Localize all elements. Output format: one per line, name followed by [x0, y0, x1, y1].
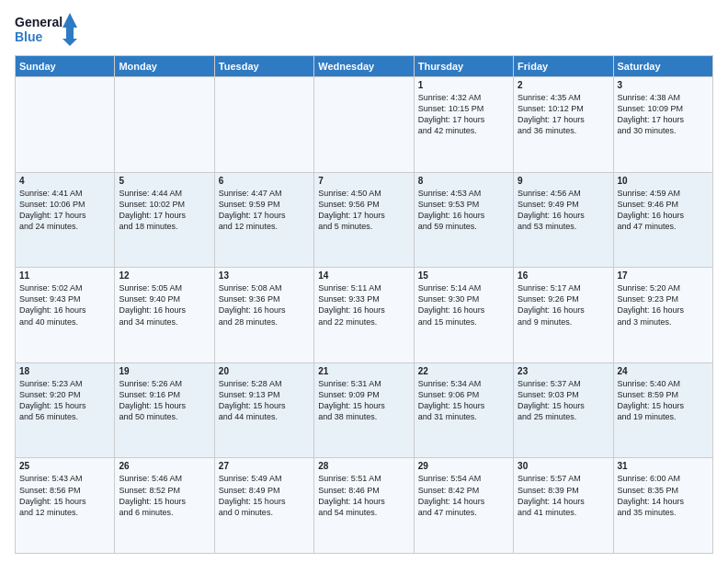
day-number: 10	[618, 176, 709, 186]
day-number: 19	[119, 366, 210, 376]
cell-3-3: 13Sunrise: 5:08 AM Sunset: 9:36 PM Dayli…	[214, 268, 313, 363]
cell-info: Sunrise: 4:32 AM Sunset: 10:15 PM Daylig…	[418, 92, 509, 137]
day-number: 9	[518, 176, 609, 186]
cell-info: Sunrise: 5:17 AM Sunset: 9:26 PM Dayligh…	[518, 282, 609, 327]
day-number: 12	[119, 270, 210, 281]
cell-5-1: 25Sunrise: 5:43 AM Sunset: 8:56 PM Dayli…	[16, 458, 115, 554]
cell-4-3: 20Sunrise: 5:28 AM Sunset: 9:13 PM Dayli…	[214, 362, 313, 458]
cell-3-5: 15Sunrise: 5:14 AM Sunset: 9:30 PM Dayli…	[414, 268, 513, 363]
cell-info: Sunrise: 5:46 AM Sunset: 8:52 PM Dayligh…	[119, 473, 210, 518]
cell-4-4: 21Sunrise: 5:31 AM Sunset: 9:09 PM Dayli…	[314, 362, 414, 458]
cell-info: Sunrise: 5:11 AM Sunset: 9:33 PM Dayligh…	[318, 282, 409, 327]
cell-1-1	[16, 77, 115, 173]
day-number: 28	[318, 461, 409, 471]
cell-info: Sunrise: 4:44 AM Sunset: 10:02 PM Daylig…	[119, 188, 210, 233]
day-number: 18	[19, 366, 110, 376]
day-number: 17	[618, 270, 709, 281]
svg-text:General: General	[15, 15, 63, 29]
week-row-5: 25Sunrise: 5:43 AM Sunset: 8:56 PM Dayli…	[16, 458, 713, 554]
col-header-tuesday: Tuesday	[214, 56, 313, 77]
cell-2-5: 8Sunrise: 4:53 AM Sunset: 9:53 PM Daylig…	[414, 172, 513, 268]
day-number: 11	[19, 270, 110, 281]
svg-text:Blue: Blue	[15, 29, 43, 44]
cell-info: Sunrise: 4:41 AM Sunset: 10:06 PM Daylig…	[19, 188, 110, 233]
cell-info: Sunrise: 5:54 AM Sunset: 8:42 PM Dayligh…	[418, 473, 509, 518]
header: General Blue	[15, 11, 713, 48]
cell-4-6: 23Sunrise: 5:37 AM Sunset: 9:03 PM Dayli…	[514, 362, 613, 458]
cell-1-7: 3Sunrise: 4:38 AM Sunset: 10:09 PM Dayli…	[613, 77, 712, 173]
col-header-friday: Friday	[514, 56, 613, 77]
logo: General Blue	[15, 11, 79, 48]
cell-info: Sunrise: 5:26 AM Sunset: 9:16 PM Dayligh…	[119, 378, 210, 423]
cell-5-2: 26Sunrise: 5:46 AM Sunset: 8:52 PM Dayli…	[115, 458, 214, 554]
calendar-header: SundayMondayTuesdayWednesdayThursdayFrid…	[16, 56, 713, 77]
cell-5-6: 30Sunrise: 5:57 AM Sunset: 8:39 PM Dayli…	[514, 458, 613, 554]
cell-5-4: 28Sunrise: 5:51 AM Sunset: 8:46 PM Dayli…	[314, 458, 414, 554]
cell-info: Sunrise: 4:53 AM Sunset: 9:53 PM Dayligh…	[418, 188, 509, 233]
cell-info: Sunrise: 5:23 AM Sunset: 9:20 PM Dayligh…	[19, 378, 110, 423]
cell-info: Sunrise: 5:37 AM Sunset: 9:03 PM Dayligh…	[518, 378, 609, 423]
day-number: 4	[19, 176, 110, 186]
day-number: 8	[418, 176, 509, 186]
cell-4-5: 22Sunrise: 5:34 AM Sunset: 9:06 PM Dayli…	[414, 362, 513, 458]
col-header-thursday: Thursday	[414, 56, 513, 77]
cell-1-6: 2Sunrise: 4:35 AM Sunset: 10:12 PM Dayli…	[514, 77, 613, 173]
calendar-table: SundayMondayTuesdayWednesdayThursdayFrid…	[15, 55, 713, 554]
col-header-sunday: Sunday	[16, 56, 115, 77]
cell-info: Sunrise: 5:31 AM Sunset: 9:09 PM Dayligh…	[318, 378, 409, 423]
cell-5-5: 29Sunrise: 5:54 AM Sunset: 8:42 PM Dayli…	[414, 458, 513, 554]
day-number: 7	[318, 176, 409, 186]
day-number: 23	[518, 366, 609, 376]
cell-info: Sunrise: 5:43 AM Sunset: 8:56 PM Dayligh…	[19, 473, 110, 518]
cell-1-5: 1Sunrise: 4:32 AM Sunset: 10:15 PM Dayli…	[414, 77, 513, 173]
day-number: 31	[618, 461, 709, 471]
day-number: 22	[418, 366, 509, 376]
header-row: SundayMondayTuesdayWednesdayThursdayFrid…	[16, 56, 713, 77]
col-header-monday: Monday	[115, 56, 214, 77]
calendar-body: 1Sunrise: 4:32 AM Sunset: 10:15 PM Dayli…	[16, 77, 713, 554]
cell-5-3: 27Sunrise: 5:49 AM Sunset: 8:49 PM Dayli…	[214, 458, 313, 554]
day-number: 14	[318, 270, 409, 281]
day-number: 21	[318, 366, 409, 376]
day-number: 24	[618, 366, 709, 376]
day-number: 26	[119, 461, 210, 471]
cell-2-2: 5Sunrise: 4:44 AM Sunset: 10:02 PM Dayli…	[115, 172, 214, 268]
cell-info: Sunrise: 5:14 AM Sunset: 9:30 PM Dayligh…	[418, 282, 509, 327]
cell-info: Sunrise: 4:38 AM Sunset: 10:09 PM Daylig…	[618, 92, 709, 137]
week-row-3: 11Sunrise: 5:02 AM Sunset: 9:43 PM Dayli…	[16, 268, 713, 363]
cell-3-2: 12Sunrise: 5:05 AM Sunset: 9:40 PM Dayli…	[115, 268, 214, 363]
svg-marker-2	[63, 13, 77, 46]
day-number: 20	[219, 366, 310, 376]
cell-info: Sunrise: 5:40 AM Sunset: 8:59 PM Dayligh…	[618, 378, 709, 423]
cell-1-4	[314, 77, 414, 173]
cell-info: Sunrise: 4:50 AM Sunset: 9:56 PM Dayligh…	[318, 188, 409, 233]
cell-3-6: 16Sunrise: 5:17 AM Sunset: 9:26 PM Dayli…	[514, 268, 613, 363]
day-number: 6	[219, 176, 310, 186]
cell-info: Sunrise: 5:08 AM Sunset: 9:36 PM Dayligh…	[219, 282, 310, 327]
day-number: 29	[418, 461, 509, 471]
cell-info: Sunrise: 5:20 AM Sunset: 9:23 PM Dayligh…	[618, 282, 709, 327]
day-number: 1	[418, 80, 509, 90]
page: General Blue SundayMondayTuesdayWednesda…	[0, 0, 728, 563]
cell-info: Sunrise: 4:56 AM Sunset: 9:49 PM Dayligh…	[518, 188, 609, 233]
cell-5-7: 31Sunrise: 6:00 AM Sunset: 8:35 PM Dayli…	[613, 458, 712, 554]
cell-info: Sunrise: 5:51 AM Sunset: 8:46 PM Dayligh…	[318, 473, 409, 518]
cell-4-2: 19Sunrise: 5:26 AM Sunset: 9:16 PM Dayli…	[115, 362, 214, 458]
cell-1-2	[115, 77, 214, 173]
day-number: 5	[119, 176, 210, 186]
cell-info: Sunrise: 5:28 AM Sunset: 9:13 PM Dayligh…	[219, 378, 310, 423]
cell-2-3: 6Sunrise: 4:47 AM Sunset: 9:59 PM Daylig…	[214, 172, 313, 268]
cell-3-4: 14Sunrise: 5:11 AM Sunset: 9:33 PM Dayli…	[314, 268, 414, 363]
cell-2-7: 10Sunrise: 4:59 AM Sunset: 9:46 PM Dayli…	[613, 172, 712, 268]
day-number: 3	[618, 80, 709, 90]
week-row-1: 1Sunrise: 4:32 AM Sunset: 10:15 PM Dayli…	[16, 77, 713, 173]
week-row-4: 18Sunrise: 5:23 AM Sunset: 9:20 PM Dayli…	[16, 362, 713, 458]
cell-info: Sunrise: 4:35 AM Sunset: 10:12 PM Daylig…	[518, 92, 609, 137]
cell-info: Sunrise: 5:57 AM Sunset: 8:39 PM Dayligh…	[518, 473, 609, 518]
cell-info: Sunrise: 5:05 AM Sunset: 9:40 PM Dayligh…	[119, 282, 210, 327]
cell-info: Sunrise: 4:59 AM Sunset: 9:46 PM Dayligh…	[618, 188, 709, 233]
cell-1-3	[214, 77, 313, 173]
cell-info: Sunrise: 5:34 AM Sunset: 9:06 PM Dayligh…	[418, 378, 509, 423]
day-number: 16	[518, 270, 609, 281]
cell-3-1: 11Sunrise: 5:02 AM Sunset: 9:43 PM Dayli…	[16, 268, 115, 363]
